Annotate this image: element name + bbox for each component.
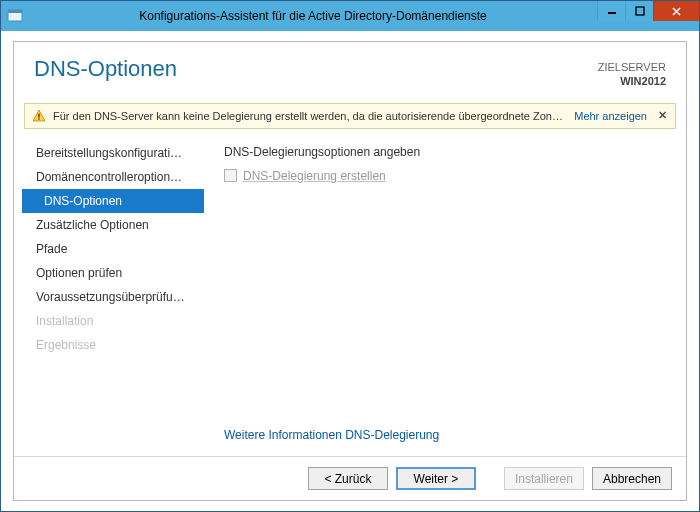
more-info-link[interactable]: Weitere Informationen DNS-Delegierung (224, 428, 666, 448)
install-button: Installieren (504, 467, 584, 490)
wizard-step-2[interactable]: DNS-Optionen (22, 189, 204, 213)
dns-delegation-checkbox (224, 169, 237, 182)
minimize-button[interactable] (597, 1, 625, 21)
svg-rect-1 (8, 10, 22, 13)
wizard-step-4[interactable]: Pfade (22, 237, 204, 261)
warning-more-link[interactable]: Mehr anzeigen (574, 110, 647, 122)
wizard-step-7: Installation (22, 309, 204, 333)
wizard-step-0[interactable]: Bereitstellungskonfigurati… (22, 141, 204, 165)
svg-rect-3 (636, 7, 644, 15)
svg-rect-2 (608, 12, 616, 14)
svg-rect-5 (38, 118, 39, 119)
app-icon (1, 8, 29, 24)
window-controls (597, 1, 699, 23)
svg-rect-4 (38, 113, 39, 117)
wizard-step-6[interactable]: Voraussetzungsüberprüfu… (22, 285, 204, 309)
wizard-header: DNS-Optionen ZIELSERVER WIN2012 (14, 42, 686, 95)
warning-message: Für den DNS-Server kann keine Delegierun… (53, 110, 566, 122)
wizard-step-8: Ergebnisse (22, 333, 204, 357)
dns-delegation-checkbox-row: DNS-Delegierung erstellen (224, 169, 666, 183)
target-value: WIN2012 (598, 74, 666, 88)
warning-banner: Für den DNS-Server kann keine Delegierun… (24, 103, 676, 129)
target-server: ZIELSERVER WIN2012 (598, 56, 666, 89)
section-title: DNS-Delegierungsoptionen angeben (224, 145, 666, 159)
wizard-step-5[interactable]: Optionen prüfen (22, 261, 204, 285)
page-title: DNS-Optionen (34, 56, 598, 82)
maximize-button[interactable] (625, 1, 653, 21)
back-button[interactable]: < Zurück (308, 467, 388, 490)
cancel-button[interactable]: Abbrechen (592, 467, 672, 490)
dns-delegation-label: DNS-Delegierung erstellen (243, 169, 386, 183)
target-label: ZIELSERVER (598, 60, 666, 74)
wizard-step-1[interactable]: Domänencontrolleroption… (22, 165, 204, 189)
wizard-steps: Bereitstellungskonfigurati…Domänencontro… (14, 135, 204, 456)
titlebar[interactable]: Konfigurations-Assistent für die Active … (1, 1, 699, 31)
warning-icon (31, 108, 47, 124)
warning-close-icon[interactable]: ✕ (655, 109, 669, 122)
next-button[interactable]: Weiter > (396, 467, 476, 490)
window-title: Konfigurations-Assistent für die Active … (29, 9, 597, 23)
wizard-content: DNS-Delegierungsoptionen angeben DNS-Del… (204, 135, 686, 456)
close-button[interactable] (653, 1, 699, 21)
wizard-window: Konfigurations-Assistent für die Active … (0, 0, 700, 512)
wizard-footer: < Zurück Weiter > Installieren Abbrechen (14, 456, 686, 500)
wizard-step-3[interactable]: Zusätzliche Optionen (22, 213, 204, 237)
